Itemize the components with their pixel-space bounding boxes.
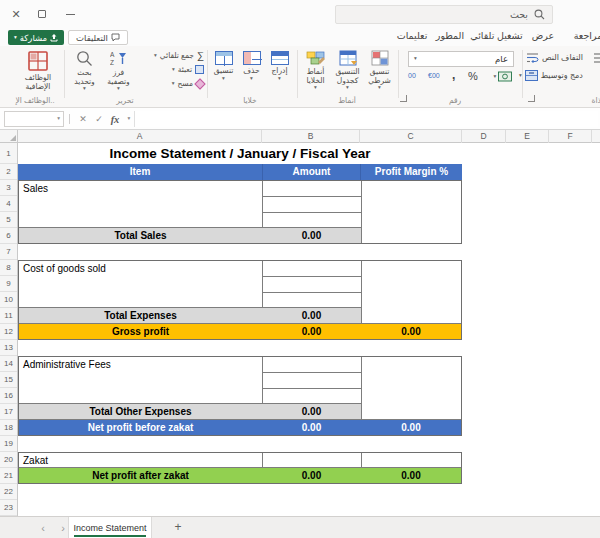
share-button[interactable]: مشاركة ▾	[8, 30, 64, 45]
column-header[interactable]: C	[360, 130, 462, 143]
restore-button[interactable]	[34, 6, 50, 22]
find-select-button[interactable]: بحث وتحديد ▾	[68, 50, 101, 92]
row-header[interactable]: 19	[0, 436, 17, 452]
delete-cells-button[interactable]: حذف ▾	[238, 51, 265, 81]
cell-gross-profit-margin[interactable]: 0.00	[361, 324, 461, 339]
close-button[interactable]: ✕	[8, 6, 24, 22]
row-header[interactable]: 21	[0, 468, 17, 484]
name-box-splitter[interactable]	[69, 114, 70, 124]
comma-style-button[interactable]: ,	[452, 68, 455, 82]
cell-gross-profit-label[interactable]: Gross profit	[19, 324, 262, 339]
column-header[interactable]: D	[462, 130, 506, 143]
row-header[interactable]: 13	[0, 340, 17, 356]
cell-total-other-label[interactable]: Total Other Expenses	[19, 404, 262, 419]
formula-input[interactable]	[134, 111, 598, 127]
row-header[interactable]: 9	[0, 276, 17, 292]
row-header[interactable]: 12	[0, 324, 17, 340]
row-header[interactable]: 15	[0, 372, 17, 388]
cell-net-after-amount[interactable]: 0.00	[262, 468, 361, 483]
accounting-format-button[interactable]: ▾	[490, 70, 516, 83]
autosum-button[interactable]: ▾ جمع تلقائي ∑	[134, 49, 204, 62]
row-header[interactable]: 6	[0, 228, 17, 244]
row-header[interactable]: 1	[0, 143, 17, 164]
clear-button[interactable]: ▾ مسح	[134, 77, 204, 90]
column-header[interactable]: A	[18, 130, 262, 143]
insert-cells-button[interactable]: إدراج ▾	[266, 51, 293, 81]
header-cell-amount[interactable]: Amount	[262, 164, 360, 180]
minimize-button[interactable]	[62, 6, 78, 22]
decrease-decimal-button[interactable]: 00	[408, 72, 416, 79]
header-cell-item[interactable]: Item	[18, 164, 262, 180]
cell-total-expenses-label[interactable]: Total Expenses	[19, 308, 262, 323]
row-header[interactable]: 20	[0, 452, 17, 468]
cell-sales-label[interactable]: Sales	[23, 181, 48, 197]
find-select-label: بحث وتحديد	[68, 69, 101, 86]
column-header[interactable]: B	[262, 130, 360, 143]
tab-automate[interactable]: تشغيل تلقائي	[468, 28, 525, 44]
number-dialog-launcher[interactable]	[400, 95, 407, 102]
enter-button[interactable]: ✓	[92, 111, 106, 127]
fill-button[interactable]: ▾ تعبئة	[134, 63, 204, 76]
row-header[interactable]: 23	[0, 500, 17, 516]
row-header[interactable]: 22	[0, 484, 17, 500]
cell-total-expenses-amount[interactable]: 0.00	[262, 308, 361, 323]
row-header[interactable]: 18	[0, 420, 17, 436]
row-header[interactable]: 3	[0, 180, 17, 196]
format-cells-button[interactable]: تنسيق ▾	[210, 51, 237, 81]
cell-net-before-amount[interactable]: 0.00	[262, 420, 361, 435]
row-header[interactable]: 8	[0, 260, 17, 276]
row-header[interactable]: 5	[0, 212, 17, 228]
wrap-text-button[interactable]: التفاف النص	[526, 51, 592, 64]
row-header[interactable]: 11	[0, 308, 17, 324]
cell-styles-button[interactable]: أنماط الخلايا ▾	[300, 50, 331, 91]
prev-sheet-button[interactable]: ‹	[36, 521, 50, 535]
tab-developer[interactable]: المطور	[434, 28, 466, 44]
select-all-corner[interactable]	[0, 130, 18, 143]
cell-gross-profit-amount[interactable]: 0.00	[262, 324, 361, 339]
cell-total-sales-amount[interactable]: 0.00	[262, 228, 361, 243]
text-direction-icon[interactable]	[592, 52, 600, 64]
percent-style-button[interactable]: %	[468, 70, 478, 82]
conditional-formatting-button[interactable]: تنسيق شرطي ▾	[364, 50, 395, 91]
cell-net-before-margin[interactable]: 0.00	[361, 420, 461, 435]
format-as-table-button[interactable]: التنسيق كجدول ▾	[332, 50, 363, 91]
sort-filter-button[interactable]: A Z فرز وتصفية ▾	[102, 50, 135, 92]
number-format-select[interactable]: ▾ عام	[408, 51, 514, 67]
cell-net-after-margin[interactable]: 0.00	[361, 468, 461, 483]
sheet-title-cell[interactable]: Income Statement / January / Fiscal Year	[18, 143, 462, 164]
merge-center-button[interactable]: ▾ دمج وتوسيط	[519, 69, 595, 82]
cancel-button[interactable]: ✕	[76, 111, 90, 127]
row-header[interactable]: 17	[0, 404, 17, 420]
row-header[interactable]: 4	[0, 196, 17, 212]
row-header[interactable]: 10	[0, 292, 17, 308]
cell-total-other-amount[interactable]: 0.00	[262, 404, 361, 419]
column-header[interactable]: F	[549, 130, 592, 143]
row-header[interactable]: 2	[0, 164, 17, 180]
column-header[interactable]: E	[506, 130, 549, 143]
name-box[interactable]: ▾	[4, 111, 64, 127]
net-before-zakat-row: Net profit before zakat 0.00 0.00	[19, 419, 461, 435]
cell-net-before-label[interactable]: Net profit before zakat	[19, 420, 262, 435]
cell-admin-fees-label[interactable]: Administrative Fees	[23, 357, 111, 373]
format-cells-icon	[215, 51, 233, 65]
comments-button[interactable]: التعليقات	[68, 30, 128, 45]
insert-function-button[interactable]: fx	[108, 111, 122, 127]
addins-button[interactable]: الوظائف الإضافية	[14, 50, 62, 91]
new-sheet-button[interactable]: +	[170, 520, 186, 536]
cell-cogs-label[interactable]: Cost of goods sold	[23, 261, 106, 277]
header-cell-margin[interactable]: Profit Margin %	[360, 164, 462, 180]
group-separator	[297, 50, 298, 98]
comment-icon	[111, 33, 120, 42]
row-header[interactable]: 16	[0, 388, 17, 404]
increase-decimal-button[interactable]: €00	[428, 72, 440, 79]
search-input[interactable]: بحث	[335, 5, 553, 24]
alignment-dialog-launcher[interactable]	[528, 95, 535, 102]
sheet-tab-income-statement[interactable]: Income Statement	[68, 517, 152, 538]
cell-net-after-label[interactable]: Net profit after zakat	[19, 468, 262, 483]
tab-view[interactable]: عرض	[529, 28, 557, 44]
row-header[interactable]: 7	[0, 244, 17, 260]
row-header[interactable]: 14	[0, 356, 17, 372]
cell-total-sales-label[interactable]: Total Sales	[19, 228, 262, 243]
tab-review[interactable]: مراجعة	[563, 28, 600, 44]
tab-help[interactable]: تعليمات	[392, 28, 432, 44]
